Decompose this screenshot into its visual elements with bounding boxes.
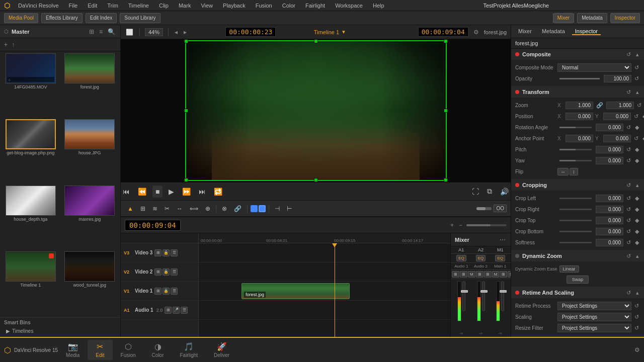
zoom-link-btn[interactable]: 🔗 (595, 102, 604, 109)
retiming-reset-btn[interactable]: ↺ (625, 289, 632, 297)
media-item-3[interactable]: house.JPG (61, 119, 119, 183)
nav-color[interactable]: ◑ Color (144, 340, 172, 360)
position-btn[interactable]: ⊕ (203, 204, 213, 214)
scaling-select[interactable]: Project Settings (557, 313, 631, 321)
audio-track-a1[interactable] (199, 301, 450, 320)
dz-base-btn[interactable]: Linear (559, 265, 579, 273)
bin-timelines[interactable]: ▶ Timelines (4, 327, 116, 335)
play-btn[interactable]: ▶ (167, 186, 176, 198)
viewer-mode-btn[interactable]: ⬜ (125, 28, 134, 37)
edit-index-btn[interactable]: Edit Index (86, 13, 117, 23)
handle-bottom-middle[interactable] (314, 178, 318, 182)
v1-enable-btn[interactable]: ⊞ (154, 288, 162, 295)
v2-enable-btn[interactable]: ⊞ (154, 268, 162, 276)
crop-top-value[interactable] (596, 217, 623, 224)
media-item-7[interactable]: wood_tunnel.jpg (61, 251, 119, 315)
fader-m1[interactable] (501, 281, 504, 311)
mark-out-btn[interactable]: ⊢ (284, 204, 294, 214)
link-btn[interactable]: 🔗 (231, 204, 244, 214)
media-pool-btn[interactable]: Media Pool (4, 13, 38, 23)
yaw-value[interactable] (596, 157, 623, 164)
composite-expand-btn[interactable]: ▴ (635, 51, 640, 58)
rotation-kf-btn[interactable]: ◆ (634, 124, 640, 131)
anchor-reset-btn[interactable]: ↺ (633, 135, 639, 142)
menu-workspace[interactable]: Workspace (333, 3, 365, 9)
slide-btn[interactable]: ⟺ (187, 204, 201, 214)
timeline-zoom-out-btn[interactable]: − (458, 221, 463, 230)
crop-left-slider[interactable] (559, 198, 592, 199)
prev-frame-btn[interactable]: ◂ (174, 28, 179, 37)
crop-bottom-value[interactable] (596, 228, 623, 235)
fader-thumb-m1[interactable] (500, 290, 507, 293)
handle-middle-right[interactable] (444, 109, 448, 113)
zoom-y-value[interactable] (606, 102, 634, 109)
yaw-kf-btn[interactable]: ◆ (634, 157, 640, 164)
crop-left-reset-btn[interactable]: ↺ (625, 195, 632, 202)
selection-tool-btn[interactable]: ▲ (125, 204, 136, 214)
fader-a2[interactable] (482, 281, 485, 311)
video-track-v3[interactable] (199, 243, 450, 262)
swap-btn[interactable]: Swap (567, 276, 589, 284)
retime-process-reset-btn[interactable]: ↺ (633, 302, 640, 310)
opacity-value[interactable] (604, 75, 631, 82)
mixer-toggle-btn[interactable]: Mixer (553, 13, 574, 23)
menu-trim[interactable]: Trim (105, 3, 120, 9)
video-track-v2[interactable] (199, 262, 450, 282)
crop-right-slider[interactable] (559, 209, 592, 210)
v3-lock-btn[interactable]: 🔒 (163, 249, 170, 256)
ch-eq-a2[interactable]: EQ (476, 255, 486, 261)
metadata-toggle-btn[interactable]: Metadata (577, 13, 607, 23)
zoom-x-value[interactable] (566, 102, 593, 109)
crop-right-kf-btn[interactable]: ◆ (634, 206, 640, 213)
v1-lock-btn[interactable]: 🔒 (163, 288, 170, 295)
handle-bottom-right[interactable] (444, 178, 448, 182)
retiming-expand-btn[interactable]: ▴ (635, 289, 640, 297)
effects-library-btn[interactable]: Effects Library (41, 13, 83, 23)
playhead[interactable] (335, 243, 335, 337)
ch-eq-a1[interactable]: EQ (456, 255, 466, 261)
dual-viewer-btn[interactable]: ⧉ (485, 185, 494, 198)
a1-solo-btn[interactable]: ☰ (181, 307, 188, 314)
step-forward-btn[interactable]: ⏩ (180, 186, 193, 198)
anchor-y-value[interactable] (603, 135, 631, 142)
position-y-value[interactable] (603, 113, 631, 120)
composite-mode-select[interactable]: Normal (557, 63, 631, 72)
media-item-2[interactable]: get-blog-image.php.png (2, 119, 59, 183)
clip-forest-v1[interactable]: forest.jpg (242, 283, 350, 299)
handle-top-middle[interactable] (314, 39, 318, 43)
crop-top-kf-btn[interactable]: ◆ (634, 217, 640, 224)
settings-btn[interactable]: ⚙ (630, 346, 644, 353)
dynamic-trim-btn[interactable]: ≋ (150, 204, 160, 214)
tab-inspector[interactable]: Inspector (572, 28, 601, 35)
resize-filter-reset-btn[interactable]: ↺ (633, 324, 640, 332)
ripple-delete-btn[interactable]: ⊗ (219, 204, 229, 214)
anchor-kf-btn[interactable]: ◆ (641, 135, 644, 142)
timeline-dropdown-icon[interactable]: ▼ (341, 29, 346, 35)
v3-enable-btn[interactable]: ⊞ (154, 249, 162, 256)
nav-fairlight[interactable]: 🎵 Fairlight (172, 340, 206, 360)
blade-btn[interactable]: ✂ (162, 204, 172, 214)
composite-reset-btn[interactable]: ↺ (625, 51, 632, 58)
a1-enable-btn[interactable]: ⊞ (165, 307, 172, 314)
go-to-end-btn[interactable]: ⏭ (197, 186, 208, 198)
rotation-value[interactable] (596, 124, 623, 131)
crop-left-value[interactable] (596, 195, 623, 202)
yaw-reset-btn[interactable]: ↺ (625, 157, 632, 164)
resize-filter-select[interactable]: Project Settings (557, 324, 631, 332)
composite-header[interactable]: Composite ↺ ▴ (511, 49, 644, 60)
menu-view[interactable]: View (199, 3, 215, 9)
opacity-reset-btn[interactable]: ↺ (633, 75, 640, 82)
dynamic-zoom-header[interactable]: Dynamic Zoom ↺ ▴ (511, 250, 644, 261)
nav-media[interactable]: 📷 Media (58, 340, 88, 360)
rotation-slider[interactable] (559, 127, 592, 128)
sound-library-btn[interactable]: Sound Library (120, 13, 160, 23)
menu-color[interactable]: Color (280, 3, 297, 9)
pitch-reset-btn[interactable]: ↺ (625, 146, 632, 153)
crop-bottom-reset-btn[interactable]: ↺ (625, 228, 632, 235)
video-track-v1[interactable]: forest.jpg (199, 282, 450, 301)
loop-btn[interactable]: 🔁 (212, 186, 224, 198)
crop-right-value[interactable] (596, 206, 623, 213)
audio-btn[interactable]: 🔊 (498, 186, 511, 198)
next-frame-btn[interactable]: ▸ (183, 28, 188, 37)
transform-expand-btn[interactable]: ▴ (635, 88, 640, 96)
